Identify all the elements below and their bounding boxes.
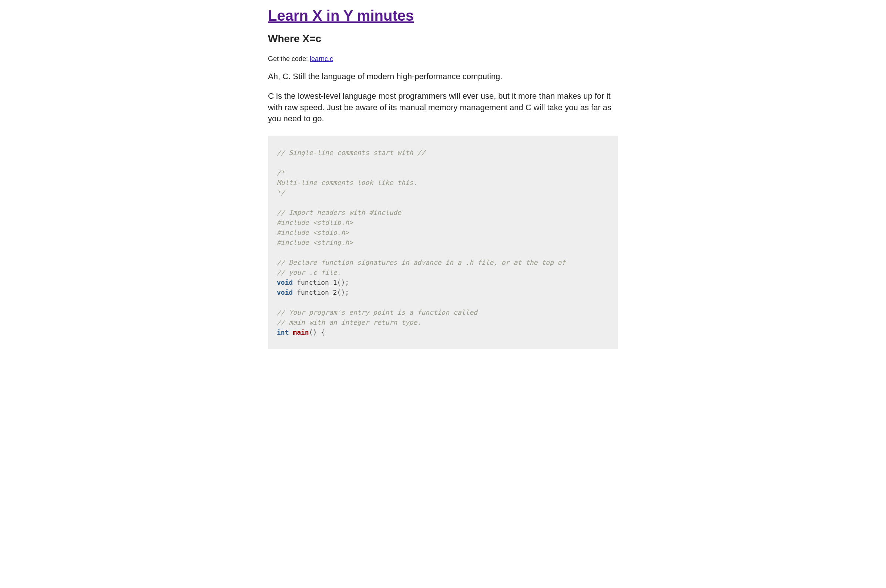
code-token: function_1();: [293, 279, 349, 286]
code-token: void: [277, 288, 293, 296]
get-code-label: Get the code:: [268, 55, 310, 63]
code-token: // Your program's entry point is a funct…: [277, 308, 477, 316]
code-token: #include <stdlib.h>: [277, 219, 353, 226]
code-token: function_2();: [293, 288, 349, 296]
code-token: // Import headers with #include: [277, 208, 401, 216]
get-code-link[interactable]: learnc.c: [310, 55, 333, 63]
code-token: // main with an integer return type.: [277, 318, 421, 326]
code-token: #include <stdio.h>: [277, 228, 349, 236]
code-token: // Declare function signatures in advanc…: [277, 258, 566, 266]
code-token: // your .c file.: [277, 268, 341, 276]
code-token: /* Multi-line comments look like this. *…: [277, 169, 417, 196]
intro-paragraph-2: C is the lowest-level language most prog…: [268, 91, 618, 124]
code-token: int: [277, 328, 289, 336]
code-token: () {: [309, 328, 325, 336]
code-token: void: [277, 279, 293, 286]
get-code-line: Get the code: learnc.c: [268, 55, 618, 63]
site-title-link[interactable]: Learn X in Y minutes: [268, 8, 414, 24]
code-token: #include <string.h>: [277, 238, 353, 246]
code-block: // Single-line comments start with // /*…: [268, 136, 618, 349]
code-token: main: [293, 328, 309, 336]
code-token: [289, 328, 293, 336]
content-container: Learn X in Y minutes Where X=c Get the c…: [268, 0, 618, 357]
intro-paragraph-1: Ah, C. Still the language of modern high…: [268, 71, 618, 82]
page-subtitle: Where X=c: [268, 33, 618, 45]
page-title: Learn X in Y minutes: [268, 8, 618, 24]
code-token: // Single-line comments start with //: [277, 148, 425, 156]
